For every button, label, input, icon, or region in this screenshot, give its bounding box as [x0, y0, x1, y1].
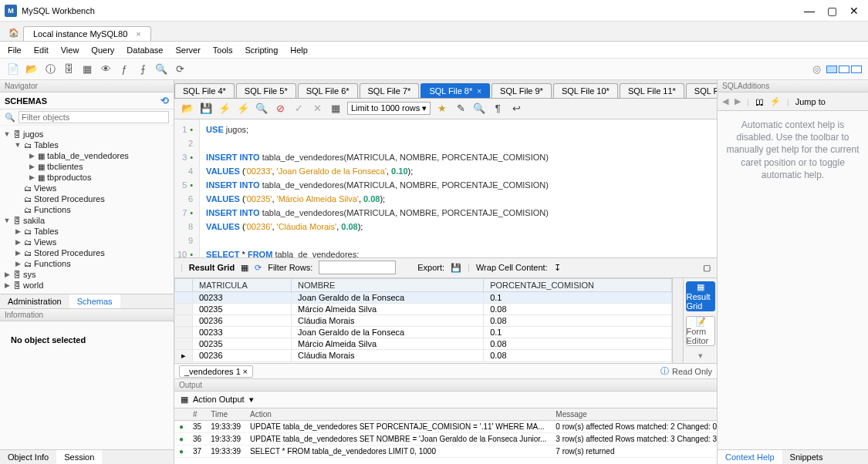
sql-tab[interactable]: SQL File 11*	[620, 83, 684, 98]
toggle-wrap-icon[interactable]: ↩	[509, 102, 523, 116]
tree-item[interactable]: ▶🗂Stored Procedures	[0, 247, 174, 258]
new-schema-icon[interactable]: 🗄	[62, 62, 76, 76]
schema-tree[interactable]: ▼🗄jugos▼🗂Tables▶▦tabla_de_vendedores▶▦tb…	[0, 126, 174, 294]
new-table-icon[interactable]: ▦	[80, 62, 94, 76]
sql-tab[interactable]: SQL File 10*	[553, 83, 618, 98]
execute-icon[interactable]: ⚡	[218, 102, 231, 116]
open-file-icon[interactable]: 📂	[181, 102, 194, 116]
menu-view[interactable]: View	[61, 45, 79, 55]
scrollbar-vertical[interactable]	[672, 278, 683, 363]
sql-tab[interactable]: SQL File 6*	[298, 83, 358, 98]
execute-step-icon[interactable]: ⚡	[236, 102, 250, 116]
sql-tab[interactable]: SQL File 12*	[686, 83, 717, 98]
close-icon[interactable]: ×	[136, 29, 140, 39]
tree-item[interactable]: ▶🗂Functions	[0, 258, 174, 269]
tree-item[interactable]: 🗂Stored Procedures	[0, 193, 174, 204]
tab-object-info[interactable]: Object Info	[0, 450, 56, 464]
close-icon[interactable]: ×	[243, 367, 248, 376]
stop-icon[interactable]: ⊘	[273, 102, 287, 116]
open-inspector-icon[interactable]: ⓘ	[43, 62, 57, 76]
tab-administration[interactable]: Administration	[0, 294, 69, 308]
toggle-ws-icon[interactable]: ¶	[491, 102, 505, 116]
tree-item[interactable]: 🗂Functions	[0, 204, 174, 215]
explain-icon[interactable]: 🔍	[255, 102, 269, 116]
settings-icon[interactable]: ◎	[809, 62, 823, 76]
tree-item[interactable]: ▼🗄sakila	[0, 215, 174, 226]
connection-tab[interactable]: Local instance MySQL80 ×	[23, 26, 151, 41]
commit-icon[interactable]: ✓	[292, 102, 306, 116]
refresh-schemas-icon[interactable]: ⟲	[160, 95, 169, 106]
chevron-down-icon[interactable]: ▾	[698, 351, 703, 361]
tree-item[interactable]: ▼🗄jugos	[0, 129, 174, 140]
output-icon[interactable]: ▦	[181, 395, 188, 405]
action-output-select[interactable]: Action Output ▾	[193, 395, 254, 405]
wrap-icon[interactable]: ↧	[554, 263, 561, 273]
close-button[interactable]: ✕	[849, 5, 859, 17]
search-sql-icon[interactable]: 🔍	[472, 102, 486, 116]
help-icon[interactable]: 🕮	[755, 97, 764, 106]
new-func-icon[interactable]: ⨍	[136, 62, 150, 76]
output-table[interactable]: #TimeActionMessageDuration / Fetch●3519:…	[174, 409, 717, 464]
search-icon[interactable]: 🔍	[154, 62, 168, 76]
sql-tab[interactable]: SQL File 4*	[174, 83, 235, 98]
maximize-button[interactable]: ▢	[827, 5, 837, 17]
new-proc-icon[interactable]: ƒ	[117, 62, 131, 76]
menu-tools[interactable]: Tools	[213, 45, 233, 55]
menu-scripting[interactable]: Scripting	[245, 45, 279, 55]
nav-fwd-icon[interactable]: ▶	[735, 96, 741, 106]
sql-editor[interactable]: 12345678910 USE jugos; INSERT INTO tabla…	[174, 119, 717, 258]
sql-tab[interactable]: SQL File 8*×	[420, 83, 490, 98]
menu-edit[interactable]: Edit	[34, 45, 49, 55]
result-grid[interactable]: MATRICULANOMBREPORCENTAJE_COMISION00233J…	[174, 278, 672, 363]
output-title: Output	[174, 379, 717, 392]
tree-item[interactable]: ▶🗂Views	[0, 237, 174, 247]
sql-tab[interactable]: SQL File 7*	[360, 83, 420, 98]
tree-item[interactable]: ▶▦tabla_de_vendedores	[0, 150, 174, 161]
grid-icon[interactable]: ▦	[241, 263, 248, 273]
result-grid-view-button[interactable]: ▦Result Grid	[686, 281, 715, 311]
jump-to-label[interactable]: Jump to	[795, 97, 826, 106]
menu-query[interactable]: Query	[91, 45, 114, 55]
close-icon[interactable]: ×	[477, 87, 481, 96]
save-icon[interactable]: 💾	[199, 102, 213, 116]
find-icon[interactable]: ✎	[454, 102, 468, 116]
new-sql-tab-icon[interactable]: 📄	[6, 62, 20, 76]
export-icon[interactable]: 💾	[451, 263, 461, 273]
result-tab[interactable]: _vendedores 1 ×	[179, 365, 253, 378]
new-view-icon[interactable]: 👁	[99, 62, 113, 76]
tree-item[interactable]: ▶▦tbclientes	[0, 161, 174, 172]
sql-tab[interactable]: SQL File 9*	[491, 83, 552, 98]
grid-view-switcher: ▦Result Grid 📝Form Editor ▾	[683, 278, 717, 363]
beautify-icon[interactable]: ★	[435, 102, 449, 116]
tab-schemas[interactable]: Schemas	[69, 294, 120, 308]
home-tab-icon[interactable]: 🏠	[5, 24, 23, 41]
menu-database[interactable]: Database	[127, 45, 163, 55]
sql-tab[interactable]: SQL File 5*	[236, 83, 296, 98]
menu-server[interactable]: Server	[175, 45, 200, 55]
tab-context-help[interactable]: Context Help	[718, 450, 782, 464]
menu-file[interactable]: File	[8, 45, 22, 55]
auto-help-icon[interactable]: ⚡	[770, 96, 781, 106]
form-editor-view-button[interactable]: 📝Form Editor	[686, 316, 715, 346]
tree-item[interactable]: ▼🗂Tables	[0, 140, 174, 150]
tree-item[interactable]: 🗂Views	[0, 183, 174, 193]
filter-objects-input[interactable]	[19, 111, 169, 123]
panel-toggle-buttons[interactable]	[826, 66, 862, 73]
tree-item[interactable]: ▶🗄sys	[0, 269, 174, 280]
toggle-autocomplete-icon[interactable]: ▦	[329, 102, 343, 116]
tab-session[interactable]: Session	[56, 450, 102, 464]
reconnect-icon[interactable]: ⟳	[173, 62, 187, 76]
tab-snippets[interactable]: Snippets	[782, 450, 831, 464]
tree-item[interactable]: ▶▦tbproductos	[0, 172, 174, 183]
open-sql-icon[interactable]: 📂	[25, 62, 39, 76]
tree-item[interactable]: ▶🗂Tables	[0, 226, 174, 237]
nav-back-icon[interactable]: ◀	[722, 96, 728, 106]
filter-rows-input[interactable]	[319, 261, 396, 274]
menu-help[interactable]: Help	[290, 45, 308, 55]
rollback-icon[interactable]: ✕	[310, 102, 324, 116]
tree-item[interactable]: ▶🗄world	[0, 280, 174, 291]
panel-square-icon[interactable]: ▢	[703, 263, 711, 273]
limit-rows-select[interactable]: Limit to 1000 rows ▾	[347, 102, 431, 115]
refresh-icon[interactable]: ⟳	[255, 263, 262, 273]
minimize-button[interactable]: —	[804, 5, 815, 17]
